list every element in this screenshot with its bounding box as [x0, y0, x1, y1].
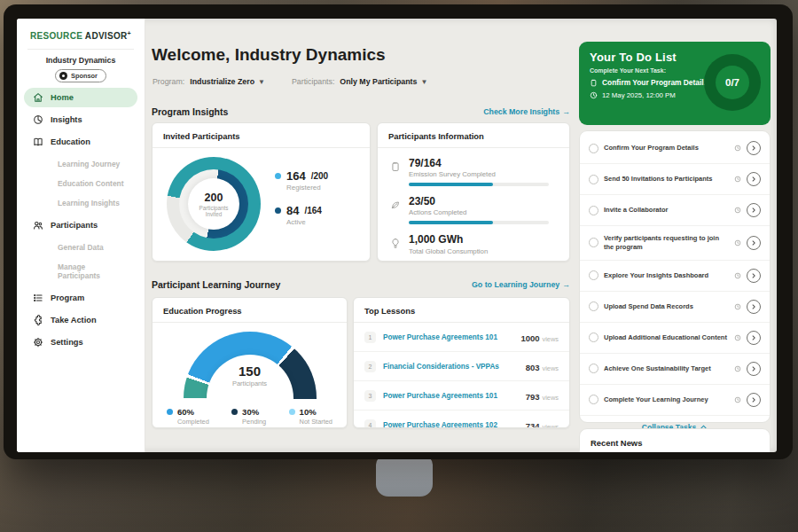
- page-title: Welcome, Industry Dynamics: [152, 45, 386, 65]
- legend-label: Not Started: [289, 418, 332, 426]
- task-checkbox[interactable]: [589, 332, 598, 342]
- legend-item-not-started: 10% Not Started: [289, 407, 332, 426]
- chevron-down-icon: ▼: [420, 78, 427, 86]
- legend-label: Completed: [167, 418, 209, 426]
- task-go-button[interactable]: [747, 236, 761, 250]
- task-go-button[interactable]: [747, 331, 761, 345]
- sidebar-item-manage-participants[interactable]: Manage Participants: [24, 257, 137, 286]
- todo-summary-card: Your To Do List Complete Your Next Task:…: [579, 42, 771, 125]
- task-checkbox[interactable]: [589, 270, 598, 280]
- sidebar-item-settings[interactable]: Settings: [24, 332, 137, 352]
- lesson-link[interactable]: Power Purchase Agreements 101: [383, 392, 519, 400]
- sidebar-item-label: Settings: [51, 338, 83, 347]
- sidebar-item-general-data[interactable]: General Data: [24, 238, 137, 257]
- section-title: Participant Learning Journey: [152, 279, 280, 290]
- clock-icon: [734, 176, 741, 183]
- clock-icon: [734, 365, 741, 372]
- arrow-right-icon: →: [562, 107, 570, 116]
- stat-label: Total Global Consumption: [409, 247, 488, 255]
- task-row[interactable]: Verify participants requesting to join t…: [580, 226, 770, 261]
- task-go-button[interactable]: [747, 141, 761, 155]
- task-row[interactable]: Complete Your Learning Journey: [580, 385, 770, 416]
- task-row[interactable]: Send 50 Invitations to Participants: [580, 164, 770, 195]
- clipboard-icon: [590, 79, 598, 87]
- task-checkbox[interactable]: [589, 364, 598, 373]
- sidebar-item-program[interactable]: Program: [24, 288, 137, 308]
- task-go-button[interactable]: [747, 393, 761, 407]
- legend-item-registered: 164/200 Registered: [275, 169, 328, 192]
- stat-value: 1,000 GWh: [409, 234, 488, 246]
- task-row[interactable]: Confirm Your Program Details: [580, 133, 770, 164]
- task-go-button[interactable]: [747, 362, 761, 376]
- task-checkbox[interactable]: [589, 206, 598, 215]
- todo-task-list: Confirm Your Program Details Send 50 Inv…: [579, 130, 771, 423]
- task-checkbox[interactable]: [589, 395, 598, 404]
- education-gauge-chart: 150 Participants: [184, 332, 317, 399]
- task-checkbox[interactable]: [589, 301, 598, 311]
- program-filter[interactable]: Program:Industrialize Zero▼: [153, 77, 265, 86]
- gauge-legend-dot: [289, 409, 295, 415]
- gauge-legend-dot: [167, 409, 173, 415]
- clock-icon: [734, 334, 741, 341]
- check-more-insights-link[interactable]: Check More Insights→: [483, 107, 570, 116]
- task-checkbox[interactable]: [589, 238, 598, 247]
- lesson-row: 2 Financial Considerations - VPPAs 803vi…: [354, 352, 569, 381]
- task-go-button[interactable]: [747, 203, 761, 217]
- go-to-learning-journey-link[interactable]: Go to Learning Journey→: [472, 280, 570, 289]
- sidebar-item-take-action[interactable]: Take Action: [24, 310, 137, 330]
- task-go-button[interactable]: [747, 300, 761, 314]
- invited-donut-outer: 200 Participants Invited: [167, 157, 261, 251]
- clock-icon: [734, 303, 741, 310]
- app-logo: RESOURCE ADVISOR+: [17, 19, 145, 41]
- people-icon: [33, 220, 43, 231]
- sidebar-item-insights[interactable]: Insights: [24, 110, 137, 129]
- todo-progress-value: 0/7: [725, 77, 739, 88]
- logo-text-resource: RESOURCE: [30, 31, 82, 41]
- task-checkbox[interactable]: [589, 144, 598, 153]
- legend-label: Pending: [231, 418, 266, 426]
- lesson-link[interactable]: Power Purchase Agreements 102: [383, 421, 519, 429]
- lesson-row: 4 Power Purchase Agreements 102 734views: [354, 411, 569, 428]
- participants-filter[interactable]: Participants:Only My Participants▼: [292, 77, 427, 86]
- lesson-rank: 4: [364, 419, 376, 429]
- invited-legend-dot: [275, 207, 281, 214]
- task-go-button[interactable]: [747, 269, 761, 283]
- clock-icon: [734, 272, 741, 279]
- lesson-row: 3 Power Purchase Agreements 101 793views: [354, 381, 569, 411]
- sidebar-item-learning-insights[interactable]: Learning Insights: [24, 193, 137, 213]
- sponsor-icon: [59, 72, 67, 80]
- progress-track: [409, 221, 549, 224]
- logo-plus: +: [128, 30, 131, 36]
- stat-row-actions: 23/50 Actions Completed: [390, 196, 557, 224]
- sidebar-item-label: Home: [51, 93, 74, 102]
- lesson-link[interactable]: Financial Considerations - VPPAs: [383, 363, 519, 371]
- sidebar-item-home[interactable]: Home: [24, 88, 137, 107]
- task-row[interactable]: Achieve One Sustainability Target: [580, 354, 770, 385]
- task-checkbox[interactable]: [589, 175, 598, 184]
- sidebar-item-education-content[interactable]: Education Content: [24, 174, 137, 193]
- task-row[interactable]: Upload Additional Educational Content: [580, 323, 770, 354]
- legend-total: /164: [304, 206, 321, 215]
- task-row[interactable]: Explore Your Insights Dashboard: [580, 261, 770, 292]
- task-label: Upload Additional Educational Content: [604, 333, 729, 342]
- monitor-bezel: RESOURCE ADVISOR+ Industry Dynamics Spon…: [4, 4, 793, 459]
- invited-center-label: Participants Invited: [193, 205, 234, 217]
- lesson-views: 734: [526, 421, 540, 428]
- task-go-button[interactable]: [747, 172, 761, 186]
- legend-value: 164: [286, 169, 306, 183]
- task-row[interactable]: Invite a Collaborator: [580, 195, 770, 226]
- sidebar-item-learning-journey[interactable]: Learning Journey: [24, 154, 137, 174]
- todo-progress-hole: 0/7: [716, 66, 749, 99]
- sidebar-item-education[interactable]: Education: [24, 132, 137, 152]
- sidebar-item-participants[interactable]: Participants: [24, 215, 137, 235]
- participants-information-card: Participants Information 79/164 Emission…: [377, 122, 570, 262]
- legend-value: 84: [286, 204, 299, 217]
- invited-center-value: 200: [205, 192, 223, 204]
- lesson-views-label: views: [543, 423, 559, 428]
- invited-donut-center: 200 Participants Invited: [188, 178, 239, 230]
- clock-icon: [734, 145, 741, 152]
- program-filter-label: Program:: [153, 77, 184, 86]
- task-row[interactable]: Upload Spend Data Records: [580, 292, 770, 323]
- lesson-link[interactable]: Power Purchase Agreements 101: [383, 333, 513, 341]
- filter-bar: Program:Industrialize Zero▼ Participants…: [153, 77, 427, 86]
